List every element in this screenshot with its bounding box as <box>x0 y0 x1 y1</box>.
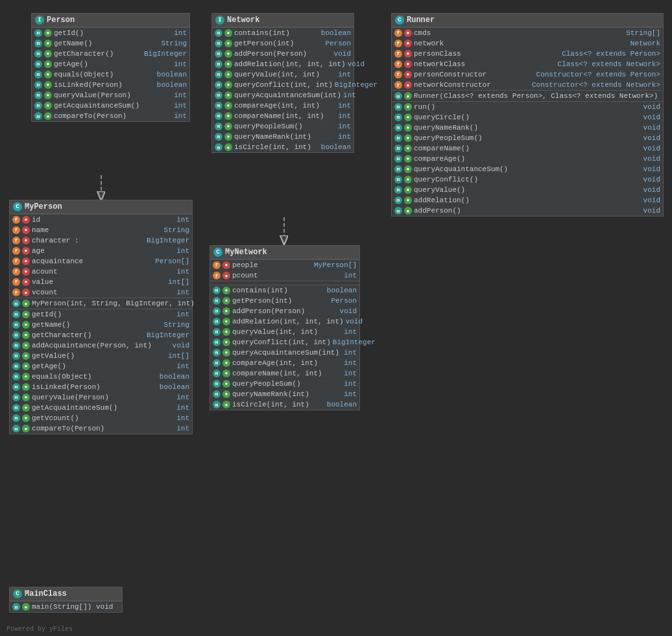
a-icon: ● <box>404 81 412 89</box>
class-network-header: I Network <box>212 14 354 27</box>
m-icon: m <box>34 40 42 47</box>
m-icon: m <box>12 352 20 360</box>
table-row: m ● equals(Object) boolean <box>10 371 192 382</box>
table-row: m ● getValue() int[] <box>10 351 192 361</box>
f-icon: f <box>12 237 20 244</box>
table-row: f ● personConstructor Constructor<? exte… <box>392 69 663 80</box>
a-icon: ● <box>22 216 30 224</box>
table-row: m ● isLinked(Person) boolean <box>32 80 189 90</box>
m-icon: m <box>213 390 221 398</box>
l-icon: ● <box>404 186 412 194</box>
f-icon: f <box>394 29 402 37</box>
table-row: f ● age int <box>10 246 192 256</box>
m-icon: m <box>215 40 222 47</box>
mynetwork-class-label: MyNetwork <box>225 248 267 257</box>
l-icon: ● <box>222 287 230 294</box>
m-icon: m <box>215 112 222 120</box>
runner-fields-section: f ● cmds String[] f ● network Network f … <box>392 27 663 90</box>
table-row: f ● id int <box>10 215 192 225</box>
table-row: f ● cmds String[] <box>392 28 663 38</box>
m-icon: m <box>215 143 222 151</box>
f-icon: f <box>12 247 20 255</box>
m-icon: m <box>213 328 221 336</box>
table-row: m ● getAge() int <box>32 59 189 69</box>
l-icon: ● <box>22 362 30 370</box>
m-icon: m <box>213 401 221 408</box>
runner-class-icon: C <box>395 16 404 25</box>
mainclass-methods-section: m ● main(String[]) void <box>10 601 122 612</box>
m-icon: m <box>12 603 20 611</box>
l-icon: ● <box>222 349 230 357</box>
table-row: m ● queryNameRank() void <box>392 123 663 133</box>
l-icon: ● <box>404 165 412 173</box>
l-icon: ● <box>22 311 30 318</box>
a-icon: ● <box>404 71 412 78</box>
table-row: m ● queryValue() void <box>392 185 663 195</box>
l-icon: ● <box>22 414 30 422</box>
m-icon: m <box>394 124 402 132</box>
l-icon: ● <box>224 81 232 89</box>
l-icon: ● <box>22 394 30 401</box>
m-icon: m <box>213 370 221 377</box>
l-icon: ● <box>22 383 30 391</box>
table-row: m ● getName() String <box>10 320 192 330</box>
table-row: m ● compareAge(int, int) int <box>212 100 354 111</box>
table-row: m ● isCircle(int, int) boolean <box>210 399 359 410</box>
m-icon: m <box>213 287 221 294</box>
m-icon: m <box>12 342 20 349</box>
table-row: m ● getPerson(int) Person <box>212 38 354 49</box>
class-myperson[interactable]: C MyPerson f ● id int f ● name String f … <box>9 200 193 434</box>
l-icon: ● <box>224 102 232 110</box>
m-icon: m <box>12 321 20 329</box>
class-network[interactable]: I Network m ● contains(int) boolean m ● … <box>211 13 354 153</box>
a-icon: ● <box>22 278 30 286</box>
m-icon: m <box>215 102 222 110</box>
f-icon: f <box>394 60 402 68</box>
table-row: m ● addPerson() void <box>392 206 663 216</box>
a-icon: ● <box>22 237 30 244</box>
a-icon: ● <box>404 40 412 47</box>
l-icon: ● <box>222 359 230 367</box>
class-runner[interactable]: C Runner f ● cmds String[] f ● network N… <box>391 13 664 217</box>
m-icon: m <box>12 373 20 381</box>
l-icon: ● <box>44 81 52 89</box>
a-icon: ● <box>404 29 412 37</box>
table-row: m ● getName() String <box>32 38 189 49</box>
person-class-label: Person <box>47 16 75 25</box>
f-icon: f <box>12 216 20 224</box>
table-row: m ● getVcount() int <box>10 413 192 423</box>
f-icon: f <box>394 81 402 89</box>
class-mynetwork[interactable]: C MyNetwork f ● people MyPerson[] f ● pc… <box>210 245 360 410</box>
m-icon: m <box>215 133 222 141</box>
a-icon: ● <box>222 261 230 269</box>
l-icon: ● <box>404 103 412 111</box>
f-icon: f <box>12 289 20 296</box>
network-class-label: Network <box>227 16 259 25</box>
class-mainclass[interactable]: C MainClass m ● main(String[]) void <box>9 587 123 613</box>
l-icon: ● <box>224 123 232 130</box>
a-icon: ● <box>22 226 30 234</box>
l-icon: ● <box>224 91 232 99</box>
m-icon: m <box>215 123 222 130</box>
l-icon: ● <box>222 328 230 336</box>
m-icon: m <box>12 331 20 339</box>
m-icon: m <box>215 71 222 78</box>
m-icon: m <box>12 414 20 422</box>
class-person[interactable]: I Person m ● getId() int m ● getName() S… <box>31 13 190 122</box>
m-icon: m <box>215 50 222 58</box>
l-icon: ● <box>22 342 30 349</box>
m-icon: m <box>213 380 221 388</box>
l-icon: ● <box>22 373 30 381</box>
runner-methods-section: m ● run() void m ● queryCircle() void m … <box>392 101 663 216</box>
table-row: m ● addRelation() void <box>392 195 663 206</box>
class-person-header: I Person <box>32 14 189 27</box>
m-icon: m <box>215 29 222 37</box>
table-row: m ● compareTo(Person) int <box>10 423 192 434</box>
l-icon: ● <box>404 196 412 204</box>
l-icon: ● <box>44 102 52 110</box>
l-icon: ● <box>222 401 230 408</box>
m-icon: m <box>394 145 402 152</box>
l-icon: ● <box>222 318 230 325</box>
myperson-class-icon: C <box>13 202 22 211</box>
table-row: m ● queryNameRank(int) int <box>212 132 354 142</box>
